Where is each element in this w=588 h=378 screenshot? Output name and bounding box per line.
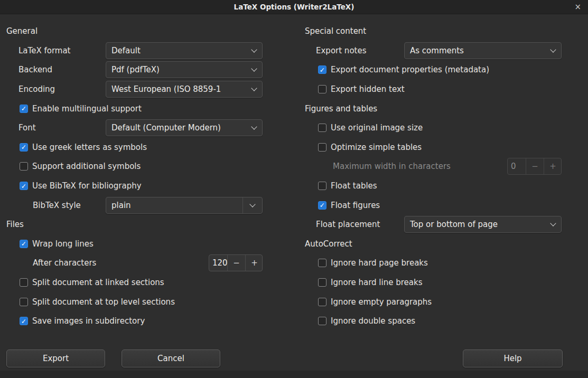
- latex-format-value: Default: [106, 46, 246, 55]
- additional-symbols-row: Support additional symbols: [20, 157, 263, 176]
- original-size-label: Use original image size: [331, 123, 423, 133]
- backend-select[interactable]: Pdf (pdfTeX): [106, 61, 263, 78]
- section-header-autocorrect: AutoCorrect: [305, 239, 352, 249]
- export-hidden-checkbox[interactable]: [318, 85, 326, 93]
- latex-format-select[interactable]: Default: [106, 42, 263, 59]
- after-characters-spinner[interactable]: 120 − +: [209, 254, 263, 271]
- save-images-checkbox[interactable]: [20, 317, 28, 325]
- float-tables-label: Float tables: [331, 181, 377, 191]
- float-placement-select[interactable]: Top or bottom of page: [404, 216, 562, 233]
- greek-letters-checkbox[interactable]: [20, 143, 28, 152]
- export-properties-label: Export document properties (metadata): [331, 65, 489, 74]
- float-tables-checkbox[interactable]: [318, 182, 326, 190]
- hard-line-breaks-checkbox[interactable]: [318, 278, 326, 287]
- optimize-tables-label: Optimize simple tables: [331, 143, 422, 152]
- multilingual-row: Enable multilingual support: [20, 99, 263, 118]
- encoding-value: West European (ISO 8859-1: [106, 84, 246, 94]
- export-hidden-row: Export hidden text: [318, 80, 562, 99]
- greek-letters-row: Use greek letters as symbols: [20, 138, 263, 157]
- cancel-button[interactable]: Cancel: [122, 349, 220, 367]
- empty-paragraphs-label: Ignore empty paragraphs: [331, 297, 432, 307]
- encoding-select[interactable]: West European (ISO 8859-1: [106, 81, 263, 98]
- section-special-content: Special content: [305, 22, 562, 41]
- bibtex-style-label: BibTeX style: [33, 201, 106, 210]
- additional-symbols-checkbox[interactable]: [20, 162, 28, 171]
- window-bottom-edge: [0, 371, 588, 378]
- minus-icon: −: [526, 158, 544, 174]
- optimize-tables-checkbox[interactable]: [318, 143, 326, 152]
- float-placement-label: Float placement: [316, 220, 404, 229]
- dialog-button-row: Export Cancel Help: [0, 349, 588, 367]
- float-figures-label: Float figures: [331, 201, 380, 210]
- hard-page-breaks-checkbox[interactable]: [318, 259, 326, 267]
- section-header-special-content: Special content: [305, 26, 366, 36]
- enable-multilingual-checkbox[interactable]: [20, 105, 28, 113]
- titlebar[interactable]: LaTeX Options (Writer2LaTeX) ×: [0, 0, 588, 14]
- minus-icon[interactable]: −: [227, 255, 245, 271]
- left-column: General LaTeX format Default Backend Pdf…: [6, 22, 263, 331]
- right-column: Special content Export notes As comments…: [305, 22, 562, 331]
- after-characters-input[interactable]: 120: [209, 255, 227, 271]
- hard-page-breaks-label: Ignore hard page breaks: [331, 258, 428, 268]
- optimize-tables-row: Optimize simple tables: [318, 138, 562, 157]
- help-button[interactable]: Help: [463, 349, 563, 367]
- chevron-down-icon: [545, 216, 561, 232]
- use-bibtex-row: Use BibTeX for bibliography: [20, 176, 263, 196]
- export-properties-checkbox[interactable]: [318, 65, 326, 74]
- export-properties-row: Export document properties (metadata): [318, 60, 562, 80]
- wrap-long-lines-checkbox[interactable]: [20, 240, 28, 248]
- latex-options-dialog: LaTeX Options (Writer2LaTeX) × General L…: [0, 0, 588, 378]
- close-icon[interactable]: ×: [574, 0, 581, 14]
- split-top-checkbox[interactable]: [20, 298, 28, 306]
- use-bibtex-label: Use BibTeX for bibliography: [32, 181, 142, 191]
- chevron-down-icon: [246, 62, 262, 78]
- after-characters-label: After characters: [33, 258, 209, 268]
- float-tables-row: Float tables: [318, 176, 562, 196]
- section-files: Files: [6, 215, 263, 234]
- additional-symbols-label: Support additional symbols: [32, 162, 141, 171]
- split-top-label: Split document at top level sections: [32, 297, 175, 307]
- plus-icon: +: [544, 158, 562, 174]
- plus-icon[interactable]: +: [245, 255, 263, 271]
- original-size-checkbox[interactable]: [318, 124, 326, 132]
- chevron-down-icon[interactable]: [242, 197, 262, 213]
- section-figures-tables: Figures and tables: [305, 99, 562, 118]
- hard-line-breaks-label: Ignore hard line breaks: [331, 278, 422, 287]
- enable-multilingual-label: Enable multilingual support: [32, 104, 142, 114]
- backend-label: Backend: [18, 65, 106, 74]
- double-spaces-row: Ignore double spaces: [318, 311, 562, 331]
- chevron-down-icon: [246, 43, 262, 59]
- export-hidden-label: Export hidden text: [331, 84, 405, 94]
- split-linked-row: Split document at linked sections: [20, 273, 263, 292]
- export-button[interactable]: Export: [6, 349, 105, 367]
- export-notes-value: As comments: [405, 46, 545, 55]
- greek-letters-label: Use greek letters as symbols: [32, 143, 147, 152]
- double-spaces-checkbox[interactable]: [318, 317, 326, 325]
- font-label: Font: [18, 123, 106, 133]
- use-bibtex-checkbox[interactable]: [20, 182, 28, 190]
- font-row: Font Default (Computer Modern): [6, 118, 263, 138]
- export-notes-select[interactable]: As comments: [404, 42, 562, 59]
- float-figures-row: Float figures: [318, 195, 562, 215]
- export-notes-row: Export notes As comments: [305, 41, 562, 61]
- float-figures-checkbox[interactable]: [318, 201, 326, 210]
- export-notes-label: Export notes: [316, 46, 404, 55]
- bibtex-style-value[interactable]: plain: [106, 201, 242, 210]
- empty-paragraphs-checkbox[interactable]: [318, 298, 326, 306]
- chevron-down-icon: [246, 120, 262, 136]
- section-header-files: Files: [6, 220, 24, 229]
- bibtex-style-row: BibTeX style plain: [6, 195, 263, 215]
- split-top-row: Split document at top level sections: [20, 292, 263, 311]
- max-width-label: Maximum width in characters: [333, 162, 507, 171]
- font-select[interactable]: Default (Computer Modern): [106, 119, 263, 136]
- encoding-label: Encoding: [18, 84, 106, 94]
- latex-format-row: LaTeX format Default: [6, 41, 263, 61]
- bibtex-style-combobox[interactable]: plain: [106, 197, 263, 214]
- window-title: LaTeX Options (Writer2LaTeX): [234, 3, 354, 11]
- max-width-spinner: 0 − +: [507, 158, 562, 175]
- section-header-general: General: [6, 26, 38, 36]
- split-linked-checkbox[interactable]: [20, 278, 28, 287]
- hard-line-breaks-row: Ignore hard line breaks: [318, 273, 562, 292]
- after-characters-row: After characters 120 − +: [6, 253, 263, 273]
- max-width-input: 0: [508, 158, 526, 174]
